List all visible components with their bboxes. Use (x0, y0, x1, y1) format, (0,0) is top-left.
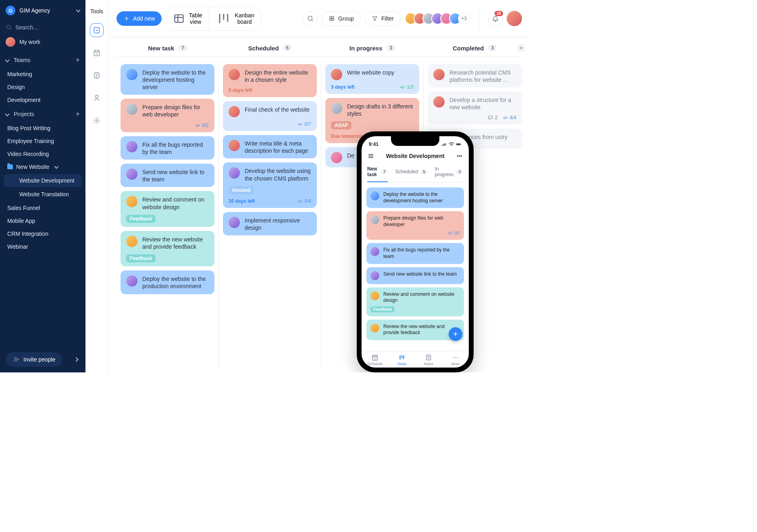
column-header[interactable]: In progress 3 (321, 45, 424, 52)
sidebar-item-team[interactable]: Development (0, 94, 85, 106)
project-folder[interactable]: New Website (0, 160, 85, 173)
task-tag: Feedback (126, 254, 156, 262)
rail-settings-button[interactable] (90, 114, 104, 127)
task-card[interactable]: Review and comment on website design Fee… (121, 191, 214, 227)
sidebar-item-team[interactable]: Design (0, 81, 85, 94)
rail-calendar-button[interactable]: 31 (90, 46, 104, 60)
task-card[interactable]: Prepare design files for web developer 0… (366, 211, 464, 240)
invite-people-button[interactable]: Invite people (6, 352, 62, 367)
search-input[interactable]: Search... (0, 21, 85, 34)
sidebar-item-team[interactable]: Marketing (0, 68, 85, 81)
kanban-view-button[interactable]: Kanban board (209, 7, 261, 30)
phone-tab[interactable]: Scheduled 5 (395, 166, 427, 182)
task-card[interactable]: Fix all the bugs reported by the team (121, 136, 214, 160)
task-card[interactable]: Review and comment on website design Fee… (366, 287, 464, 316)
table-view-button[interactable]: Table view (166, 7, 208, 30)
task-card[interactable]: Write website copy 3 days left1/3 (325, 64, 419, 94)
task-card[interactable]: Final check of the website 0/7 (223, 101, 317, 131)
sidebar-item-project[interactable]: Mobile App (0, 214, 85, 227)
add-new-button[interactable]: Add new (116, 11, 162, 26)
assignee-avatar (370, 215, 379, 224)
column-header[interactable]: New task 7 (116, 45, 219, 52)
task-card[interactable]: Deploy the website to the development ho… (366, 187, 464, 208)
sidebar-item-mywork[interactable]: My work (0, 34, 85, 52)
collapse-sidebar-button[interactable] (73, 353, 80, 366)
group-button[interactable]: Group (322, 11, 361, 26)
phone-nav-tasks[interactable]: Tasks (389, 354, 416, 366)
filter-icon (372, 15, 378, 22)
phone-tab-count: 3 (456, 170, 463, 174)
sidebar-item-project[interactable]: Video Recording (0, 148, 85, 160)
phone-nav-schedule[interactable]: 13 Schedule (362, 354, 389, 366)
task-card[interactable]: Research potential CMS platforms for web… (428, 64, 522, 87)
sidebar-item-project[interactable]: Sales Funnel (0, 202, 85, 214)
column-header[interactable]: Scheduled 5 (219, 45, 321, 52)
task-card[interactable]: Review the new website and provide feedb… (121, 231, 214, 266)
members-avatars[interactable]: +3 (405, 12, 470, 25)
phone-menu-button[interactable] (367, 152, 374, 160)
task-card[interactable]: Fix all the bugs reported by the team (366, 243, 464, 264)
menu-icon (367, 152, 374, 160)
sidebar-item-project[interactable]: Employee Training (0, 135, 85, 148)
assignee-avatar (370, 191, 379, 200)
phone-tab[interactable]: New task 7 (367, 166, 388, 182)
svg-rect-10 (330, 17, 332, 19)
add-project-button[interactable]: + (75, 110, 80, 118)
divider (479, 6, 479, 31)
task-card[interactable]: Develop a structure for a new website 24… (428, 91, 522, 125)
task-card[interactable]: Prepare design files for web developer 0… (121, 99, 214, 132)
sidebar-item-project[interactable]: CRM Integration (0, 227, 85, 240)
column-header[interactable]: Completed 3 (424, 45, 526, 52)
sidebar-item-project[interactable]: Blog Post Writing (0, 122, 85, 135)
sidebar-item-project[interactable]: Website Development (4, 174, 81, 187)
sidebar-item-project[interactable]: Website Translation (4, 188, 81, 201)
board-settings-button[interactable] (517, 44, 525, 52)
task-due: Due tomorrow (331, 133, 364, 139)
svg-rect-11 (332, 17, 334, 19)
add-team-button[interactable]: + (75, 56, 80, 64)
task-title: Review and comment on website design (383, 291, 460, 304)
sidebar-item-project[interactable]: Webinar (0, 240, 85, 253)
task-card[interactable]: Write meta title & meta description for … (223, 135, 317, 158)
plus-icon (123, 15, 130, 22)
search-button[interactable] (303, 11, 318, 26)
task-card[interactable]: Implement responsive design (223, 212, 317, 235)
phone-nav-more[interactable]: More (442, 354, 469, 366)
signal-icon (441, 142, 447, 146)
workspace-switcher[interactable]: G GIM Agency (0, 0, 85, 21)
current-user-avatar[interactable] (507, 11, 522, 26)
phone-fab-button[interactable]: + (449, 327, 462, 341)
task-card[interactable]: Design the entire website in a chosen st… (223, 64, 317, 97)
phone-card-list[interactable]: Deploy the website to the development ho… (362, 183, 469, 351)
task-card[interactable]: Send new website link to the team (366, 267, 464, 284)
assignee-avatar (229, 69, 240, 80)
task-title: Design the entire website in a chosen st… (245, 69, 311, 83)
filter-button[interactable]: Filter (365, 11, 401, 26)
svg-point-24 (461, 156, 462, 156)
workspace-name: GIM Agency (19, 7, 73, 14)
subtask-progress: 1/3 (399, 84, 414, 90)
phone-tab-label: Scheduled (395, 169, 418, 175)
teams-section-header[interactable]: Teams + (0, 52, 85, 68)
phone-tab[interactable]: In progress 3 (435, 166, 463, 182)
projects-label: Projects (14, 111, 34, 117)
chevron-down-icon (54, 164, 59, 168)
task-title: Write website copy (347, 69, 394, 76)
projects-section-header[interactable]: Projects + (0, 106, 85, 122)
task-due: 6 days left (229, 87, 252, 93)
notifications-button[interactable]: 20 (488, 11, 503, 26)
task-card[interactable]: Send new website link to the team (121, 164, 214, 187)
user-plus-icon (13, 356, 19, 363)
task-card[interactable]: Deploy the website to the development ho… (121, 64, 214, 95)
assignee-avatar (126, 275, 137, 287)
phone-nav-notes[interactable]: Notes (415, 354, 442, 366)
task-card[interactable]: Deploy the website to the production env… (121, 270, 214, 294)
rail-notes-button[interactable] (90, 69, 104, 82)
phone-more-button[interactable] (456, 152, 463, 160)
rail-people-button[interactable] (90, 91, 104, 105)
members-more[interactable]: +3 (458, 12, 470, 25)
rail-tasks-button[interactable] (90, 23, 104, 37)
task-title: De (347, 152, 354, 159)
task-card[interactable]: Develop the website using the chosen CMS… (223, 162, 317, 208)
teams-list: Marketing Design Development (0, 68, 85, 106)
